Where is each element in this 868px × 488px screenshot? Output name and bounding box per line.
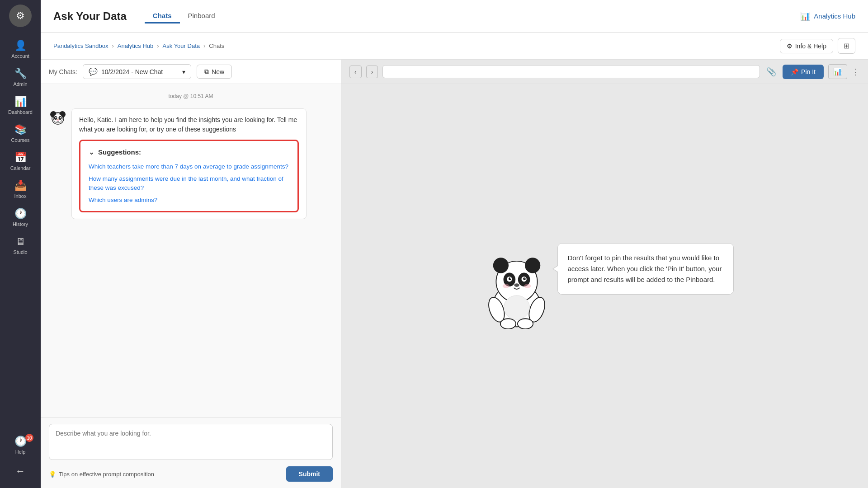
- breadcrumb-sep-1: ›: [112, 42, 113, 49]
- svg-point-20: [509, 277, 510, 278]
- svg-point-13: [525, 258, 540, 273]
- suggestion-item-1[interactable]: Which teachers take more than 7 days on …: [89, 162, 289, 171]
- lightbulb-icon: 💡: [49, 471, 56, 478]
- breadcrumb-analytics-hub[interactable]: Analytics Hub: [118, 42, 153, 49]
- sidebar-item-calendar[interactable]: 📅 Calendar: [0, 147, 41, 175]
- pin-it-label: Pin It: [801, 68, 816, 75]
- new-chat-icon: ⧉: [204, 68, 209, 75]
- svg-point-9: [57, 119, 59, 120]
- help-icon: 🕐: [14, 436, 27, 447]
- grid-icon: ⊞: [844, 42, 849, 50]
- breadcrumb-bar: Pandalytics Sandbox › Analytics Hub › As…: [41, 33, 868, 60]
- breadcrumb-sep-2: ›: [157, 42, 159, 49]
- analytics-hub-link[interactable]: 📊 Analytics Hub: [800, 11, 855, 21]
- sidebar-item-label: History: [13, 221, 28, 227]
- chat-footer: 💡 Tips on effective prompt composition S…: [49, 466, 333, 482]
- svg-point-7: [60, 117, 61, 118]
- sidebar: ⚙ 👤 Account 🔧 Admin 📊 Dashboard 📚 Course…: [0, 0, 41, 488]
- sidebar-item-label: Help: [15, 449, 26, 455]
- sidebar-item-history[interactable]: 🕐 History: [0, 203, 41, 231]
- sidebar-item-help[interactable]: 🕐 Help 10: [0, 431, 41, 459]
- more-options-button[interactable]: ⋮: [852, 67, 860, 77]
- sidebar-item-account[interactable]: 👤 Account: [0, 35, 41, 63]
- breadcrumb-actions: ⚙ Info & Help ⊞: [780, 38, 855, 54]
- next-button[interactable]: ›: [366, 66, 378, 78]
- analytics-hub-label: Analytics Hub: [814, 12, 855, 20]
- suggestion-item-3[interactable]: Which users are admins?: [89, 196, 289, 205]
- info-help-button[interactable]: ⚙ Info & Help: [780, 39, 833, 53]
- right-panel: ‹ › 📎 📌 Pin It 📊 ⋮: [341, 60, 868, 488]
- chat-input[interactable]: [49, 424, 333, 460]
- gear-icon: ⚙: [787, 42, 793, 50]
- main-content: Ask Your Data Chats Pinboard 📊 Analytics…: [41, 0, 868, 488]
- chevron-down-icon: ⌄: [89, 147, 94, 158]
- sidebar-item-dashboard[interactable]: 📊 Dashboard: [0, 91, 41, 119]
- breadcrumb-chats: Chats: [209, 42, 224, 49]
- sidebar-bottom: 🕐 Help 10 ←: [0, 431, 41, 483]
- svg-point-6: [55, 117, 57, 118]
- info-help-label: Info & Help: [795, 42, 826, 50]
- tab-chats[interactable]: Chats: [145, 9, 180, 23]
- prev-button[interactable]: ‹: [349, 66, 362, 78]
- inbox-icon: 📥: [14, 180, 27, 192]
- help-badge: 10: [25, 434, 33, 442]
- sidebar-item-label: Account: [11, 53, 29, 59]
- suggestion-item-2[interactable]: How many assignments were due in the las…: [89, 174, 289, 192]
- chat-bubble-icon: 💬: [89, 67, 98, 76]
- breadcrumb-sep-3: ›: [203, 42, 205, 49]
- chat-messages: today @ 10:51 AM: [41, 84, 341, 417]
- svg-point-21: [524, 277, 525, 278]
- sidebar-item-studio[interactable]: 🖥 Studio: [0, 231, 41, 259]
- breadcrumb-pandalytics[interactable]: Pandalytics Sandbox: [53, 42, 108, 49]
- panda-avatar-svg: [49, 108, 67, 127]
- sidebar-item-label: Dashboard: [8, 109, 33, 115]
- breadcrumb-extra-button[interactable]: ⊞: [838, 38, 855, 54]
- sidebar-item-label: Courses: [11, 137, 30, 143]
- right-search-input[interactable]: [382, 65, 760, 78]
- chat-toolbar: My Chats: 💬 10/2/2024 - New Chat ▾ ⧉ New: [41, 60, 341, 84]
- top-header: Ask Your Data Chats Pinboard 📊 Analytics…: [41, 0, 868, 33]
- chat-input-area: 💡 Tips on effective prompt composition S…: [41, 417, 341, 488]
- suggestions-header[interactable]: ⌄ Suggestions:: [89, 147, 289, 158]
- courses-icon: 📚: [14, 124, 27, 136]
- chat-panel: My Chats: 💬 10/2/2024 - New Chat ▾ ⧉ New…: [41, 60, 341, 488]
- tab-pinboard[interactable]: Pinboard: [180, 9, 223, 23]
- chat-dropdown[interactable]: 💬 10/2/2024 - New Chat ▾: [83, 64, 191, 79]
- svg-point-29: [504, 296, 529, 319]
- studio-icon: 🖥: [15, 236, 25, 248]
- svg-point-22: [514, 283, 519, 287]
- bot-message-bubble: Hello, Katie. I am here to help you find…: [71, 108, 307, 219]
- svg-point-12: [493, 258, 508, 273]
- bot-greeting-text: Hello, Katie. I am here to help you find…: [79, 116, 297, 133]
- history-icon: 🕐: [14, 208, 27, 220]
- pin-it-button[interactable]: 📌 Pin It: [783, 65, 824, 79]
- speech-bubble: Don't forget to pin the results that you…: [557, 243, 734, 295]
- sidebar-collapse-button[interactable]: ←: [0, 459, 41, 483]
- bot-message-row: Hello, Katie. I am here to help you find…: [49, 108, 333, 219]
- tips-link[interactable]: 💡 Tips on effective prompt composition: [49, 471, 154, 478]
- selected-chat-value: 10/2/2024 - New Chat: [101, 68, 179, 75]
- bot-avatar: [49, 108, 67, 127]
- calendar-icon: 📅: [14, 152, 27, 164]
- admin-icon: 🔧: [14, 68, 27, 80]
- new-chat-label: New: [212, 68, 224, 75]
- suggestions-header-label: Suggestions:: [98, 147, 141, 158]
- right-content: Don't forget to pin the results that you…: [341, 84, 868, 488]
- sidebar-item-admin[interactable]: 🔧 Admin: [0, 63, 41, 91]
- sidebar-item-inbox[interactable]: 📥 Inbox: [0, 175, 41, 203]
- breadcrumb-ask-your-data[interactable]: Ask Your Data: [163, 42, 200, 49]
- app-logo[interactable]: ⚙: [9, 5, 32, 27]
- message-timestamp: today @ 10:51 AM: [49, 93, 333, 99]
- paperclip-button[interactable]: 📎: [764, 65, 778, 79]
- suggestions-box: ⌄ Suggestions: Which teachers take more …: [79, 140, 299, 212]
- dashboard-icon: 📊: [14, 96, 27, 108]
- top-tabs: Chats Pinboard: [145, 9, 223, 23]
- panda-tooltip-area: Don't forget to pin the results that you…: [476, 243, 734, 329]
- new-chat-button[interactable]: ⧉ New: [197, 65, 232, 79]
- chart-type-button[interactable]: 📊: [828, 64, 847, 79]
- submit-button[interactable]: Submit: [286, 466, 333, 482]
- account-icon: 👤: [14, 40, 27, 52]
- svg-point-23: [502, 284, 509, 288]
- sidebar-item-courses[interactable]: 📚 Courses: [0, 119, 41, 147]
- page-title: Ask Your Data: [53, 10, 127, 23]
